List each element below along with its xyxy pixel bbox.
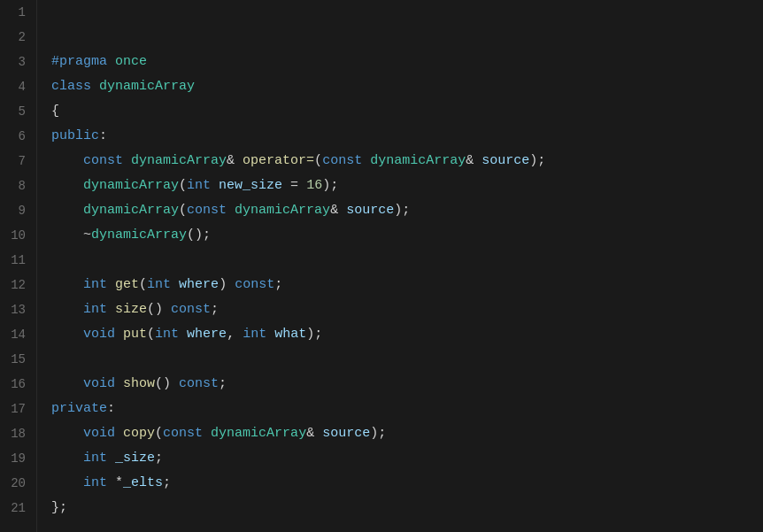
line-number: 2	[7, 25, 26, 50]
line-number: 12	[7, 273, 26, 297]
code-line: int _size;	[51, 446, 763, 471]
code-line: #pragma once	[51, 50, 763, 74]
line-number: 8	[7, 173, 26, 198]
line-number: 20	[7, 471, 26, 496]
line-number: 6	[7, 124, 26, 149]
code-line: dynamicArray(const dynamicArray& source)…	[51, 198, 763, 223]
code-content: #pragma onceclass dynamicArray{public: c…	[37, 0, 763, 532]
code-line: ~dynamicArray();	[51, 223, 763, 248]
code-line: int *_elts;	[51, 471, 763, 496]
code-editor: 123456789101112131415161718192021 #pragm…	[0, 0, 763, 532]
line-number: 7	[7, 149, 26, 173]
code-line: const dynamicArray& operator=(const dyna…	[51, 149, 763, 173]
line-number: 13	[7, 297, 26, 322]
line-number: 16	[7, 372, 26, 397]
line-number: 3	[7, 50, 26, 74]
line-number: 11	[7, 248, 26, 273]
line-number: 18	[7, 421, 26, 446]
code-line: dynamicArray(int new_size = 16);	[51, 173, 763, 198]
code-line: };	[51, 496, 763, 520]
line-number: 14	[7, 322, 26, 347]
code-line: public:	[51, 124, 763, 149]
code-line: void show() const;	[51, 372, 763, 397]
line-number: 9	[7, 198, 26, 223]
code-line: void put(int where, int what);	[51, 322, 763, 347]
code-line: int get(int where) const;	[51, 273, 763, 297]
line-numbers: 123456789101112131415161718192021	[0, 0, 37, 532]
line-number: 1	[7, 0, 26, 25]
line-number: 15	[7, 347, 26, 372]
code-line: int size() const;	[51, 297, 763, 322]
code-line: {	[51, 99, 763, 124]
line-number: 17	[7, 397, 26, 421]
code-line	[51, 520, 763, 532]
code-line: void copy(const dynamicArray& source);	[51, 421, 763, 446]
line-number: 21	[7, 496, 26, 520]
code-line	[51, 248, 763, 273]
line-number: 19	[7, 446, 26, 471]
line-number: 5	[7, 99, 26, 124]
code-line	[51, 347, 763, 372]
code-line: private:	[51, 397, 763, 421]
line-number: 10	[7, 223, 26, 248]
code-line: class dynamicArray	[51, 74, 763, 99]
line-number: 4	[7, 74, 26, 99]
